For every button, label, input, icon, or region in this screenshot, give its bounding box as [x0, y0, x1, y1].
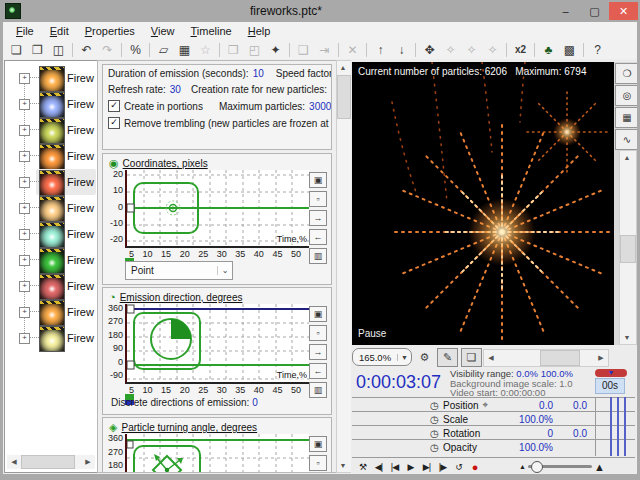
scroll-right-icon[interactable]: ▶ — [594, 351, 608, 365]
emitter-thumbnail[interactable] — [39, 170, 65, 196]
zoom-level-dropdown[interactable]: 165.0%▼ — [352, 348, 412, 366]
node-b-icon[interactable]: ✧ — [462, 41, 481, 58]
emitter-thumbnail[interactable] — [39, 326, 65, 352]
open-file-icon[interactable]: ❐ — [28, 41, 47, 58]
scrollbar-thumb[interactable] — [540, 350, 580, 366]
coordinates-type-dropdown[interactable]: Point⌄ — [125, 261, 233, 280]
help-icon[interactable]: ? — [588, 41, 607, 58]
scale-value[interactable]: 100.0% — [493, 414, 553, 425]
close-button[interactable]: ✕ — [609, 2, 638, 20]
stopwatch-icon[interactable]: ◷ — [430, 400, 443, 411]
minimize-button[interactable]: – — [551, 2, 580, 20]
record-icon[interactable]: ● — [467, 459, 482, 474]
timeline-position-marker[interactable]: ▼ — [595, 369, 627, 377]
emission-plot[interactable]: Time,% — [125, 304, 309, 384]
export-icon[interactable]: ⇥ — [315, 41, 334, 58]
turning-plot[interactable] — [125, 434, 309, 473]
portions-checkbox[interactable]: ✓ — [108, 100, 120, 112]
scrollbar-thumb[interactable] — [337, 75, 351, 119]
move-down-icon[interactable]: ↓ — [392, 41, 411, 58]
tree-item[interactable]: +Firew — [5, 299, 97, 325]
shift-right-button[interactable]: → — [309, 210, 327, 226]
position-x-value[interactable]: 0.0 — [493, 400, 553, 411]
emitter-thumbnail[interactable] — [39, 92, 65, 118]
tree-item[interactable]: +Firew — [5, 91, 97, 117]
particle-preview-viewport[interactable]: Current number of particles: 6206 Maximu… — [352, 62, 614, 345]
scroll-right-icon[interactable]: ▶ — [81, 455, 95, 469]
scroll-left-icon[interactable]: ◀ — [484, 351, 498, 365]
delete-icon[interactable]: ✕ — [343, 41, 362, 58]
zoom-graph-button[interactable]: ▣ — [309, 172, 327, 188]
slider-track[interactable] — [528, 465, 592, 468]
go-to-end-icon[interactable]: ▶| — [419, 459, 434, 474]
expand-icon[interactable]: + — [19, 125, 30, 136]
rotation-value[interactable]: 0 — [493, 428, 553, 439]
times-two-icon[interactable]: x2 — [511, 41, 530, 58]
emission-pie-icon[interactable]: ◔ — [109, 291, 116, 303]
arrange-icon[interactable]: ✥ — [420, 41, 439, 58]
track-row-opacity[interactable]: ◷Opacity100.0% — [352, 439, 635, 454]
coordinates-graph-title[interactable]: Coordinates, pixels — [123, 158, 208, 169]
position-y-value[interactable]: 0.0 — [553, 400, 587, 411]
turning-graph-title[interactable]: Particle turning angle, degrees — [121, 422, 257, 433]
scroll-down-icon[interactable]: ▼ — [337, 459, 349, 472]
brush-icon[interactable]: ✎ — [437, 348, 458, 367]
tree-item[interactable]: +Firew — [5, 143, 97, 169]
scroll-up-icon[interactable]: ▲ — [337, 61, 349, 74]
expand-icon[interactable]: + — [19, 307, 30, 318]
timecode-display[interactable]: 0:00:03:07 — [356, 372, 441, 393]
save-emitter-icon[interactable]: ◰ — [245, 41, 264, 58]
emitter-thumbnail[interactable] — [39, 66, 65, 92]
curve-icon[interactable]: ∿ — [615, 129, 637, 150]
menu-help[interactable]: Help — [241, 23, 278, 39]
grid-icon[interactable]: ▦ — [615, 107, 637, 128]
leaf-icon[interactable]: ♣ — [539, 41, 558, 58]
emitter-thumbnail[interactable] — [39, 144, 65, 170]
timeline-zoom-slider[interactable]: ▲ ▲ — [519, 461, 605, 473]
scroll-left-icon[interactable]: ◀ — [7, 455, 21, 469]
reset-graph-button[interactable]: ▫ — [309, 191, 327, 207]
fit-horizontal-button[interactable]: ▥ — [309, 248, 327, 264]
emitter-thumbnail[interactable] — [39, 196, 65, 222]
discrete-directions-value[interactable]: 0 — [252, 397, 258, 408]
loop-icon[interactable]: ↺ — [451, 459, 466, 474]
stopwatch-icon[interactable]: ◷ — [430, 442, 443, 453]
reset-graph-button[interactable]: ▫ — [309, 325, 327, 341]
zoom-graph-button[interactable]: ▣ — [309, 436, 327, 452]
target-icon[interactable]: ◎ — [615, 85, 637, 106]
shift-left-button[interactable]: ← — [309, 229, 327, 245]
expand-icon[interactable]: + — [19, 333, 30, 344]
emitter-thumbnail[interactable] — [39, 222, 65, 248]
emitter-thumbnail[interactable] — [39, 248, 65, 274]
new-folder-icon[interactable]: ▱ — [154, 41, 173, 58]
emission-graph-title[interactable]: Emission direction, degrees — [120, 292, 243, 303]
properties-vertical-scrollbar[interactable]: ▲ ▼ — [336, 60, 352, 473]
emitter-thumbnail[interactable] — [39, 274, 65, 300]
shift-right-button[interactable]: → — [309, 344, 327, 360]
menu-view[interactable]: View — [144, 23, 182, 39]
expand-icon[interactable]: + — [19, 99, 30, 110]
wrench-icon[interactable]: ⚒ — [355, 459, 370, 474]
expand-icon[interactable]: + — [19, 229, 30, 240]
tree-item[interactable]: +Firew — [5, 65, 97, 91]
emitter-thumbnail[interactable] — [39, 300, 65, 326]
rotation-speed-value[interactable]: 0.0 — [553, 428, 587, 439]
node-a-icon[interactable]: ✧ — [441, 41, 460, 58]
zoom-graph-button[interactable]: ▣ — [309, 306, 327, 322]
open-emitter-icon[interactable]: ❒ — [224, 41, 243, 58]
track-row-position[interactable]: ◷Position⌖0.00.0 — [352, 397, 635, 412]
duration-value[interactable]: 10 — [253, 68, 264, 79]
save-file-icon[interactable]: ◫ — [49, 41, 68, 58]
preview-horizontal-scrollbar[interactable]: ◀ ▶ — [483, 349, 609, 367]
tree-item[interactable]: +Firew — [5, 195, 97, 221]
scroll-down-icon[interactable]: ▼ — [620, 331, 634, 344]
menu-file[interactable]: File — [9, 23, 41, 39]
max-particles-value[interactable]: 30000 — [309, 101, 331, 112]
expand-icon[interactable]: + — [19, 203, 30, 214]
reset-graph-button[interactable]: ▫ — [309, 455, 327, 471]
go-to-start-icon[interactable]: |◀ — [387, 459, 402, 474]
menu-properties[interactable]: Properties — [78, 23, 142, 39]
expand-icon[interactable]: + — [19, 151, 30, 162]
tree-item[interactable]: +Firew — [5, 325, 97, 351]
node-c-icon[interactable]: ✧ — [483, 41, 502, 58]
